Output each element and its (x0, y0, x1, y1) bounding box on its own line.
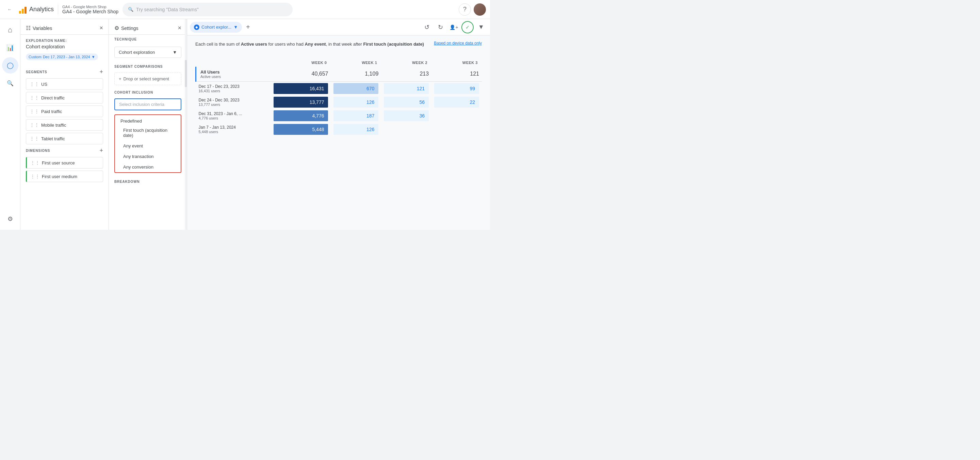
drag-handle-icon: ⋮⋮ (30, 109, 39, 114)
app-name: Analytics (29, 6, 54, 13)
add-dimension-button[interactable]: + (99, 147, 103, 154)
dimensions-list: ⋮⋮First user source⋮⋮First user medium (26, 157, 103, 182)
segment-item[interactable]: ⋮⋮Mobile traffic (26, 119, 103, 131)
variables-panel-body: EXPLORATION NAME: Cohort exploration Cus… (21, 35, 108, 230)
header-actions: ⁢ ? (444, 3, 486, 16)
account-sub: GA4 - Google Merch Shop (62, 5, 118, 9)
publish-dropdown[interactable]: ▼ (475, 21, 487, 34)
option-any-conversion[interactable]: Any conversion (115, 162, 181, 172)
settings-panel: ⚙ Settings × TECHNIQUE Cohort exploratio… (109, 19, 187, 230)
tab-dropdown-icon[interactable]: ▼ (234, 24, 238, 30)
cell-value: 670 (334, 83, 379, 94)
dimension-item[interactable]: ⋮⋮First user source (26, 157, 103, 169)
all-users-row: All Users Active users 40,657 1,109 213 … (196, 67, 482, 82)
segment-item[interactable]: ⋮⋮Direct traffic (26, 92, 103, 104)
report-description: Each cell is the sum of Active users for… (195, 41, 424, 48)
cell-value: 56 (384, 97, 429, 108)
drag-handle-icon: ⋮⋮ (30, 174, 40, 179)
chevron-down-icon: ▼ (172, 50, 177, 55)
account-info: GA4 - Google Merch Shop GA4 - Google Mer… (58, 5, 118, 14)
cohort-inclusion-label: COHORT INCLUSION (109, 88, 187, 96)
date-users-label: 4,776 users (199, 116, 268, 120)
top-header: ← Analytics GA4 - Google Merch Shop GA4 … (0, 0, 490, 19)
option-any-event[interactable]: Any event (115, 141, 181, 151)
date-label-cell: Dec 24 - Dec 30, 2023 13,777 users (196, 95, 271, 109)
option-first-touch[interactable]: First touch (acquisition date) (115, 125, 181, 141)
add-segment-button[interactable]: + (99, 69, 103, 76)
col-week0: WEEK 0 (271, 59, 331, 67)
cell-value: 99 (434, 83, 479, 94)
cell-value: 4,776 (274, 110, 328, 121)
drop-segment-zone[interactable]: + Drop or select segment (115, 72, 181, 85)
segment-item[interactable]: ⋮⋮US (26, 78, 103, 90)
cell-value: 13,777 (274, 97, 328, 108)
date-badge[interactable]: Custom Dec 17, 2023 - Jan 13, 2024 ▼ (26, 53, 98, 60)
date-range-label: Dec 31, 2023 - Jan 6, ... (199, 111, 268, 116)
drag-handle-icon: ⋮⋮ (30, 136, 39, 141)
cell-value: 16,431 (274, 83, 328, 94)
chevron-down-icon: ▼ (92, 55, 95, 59)
nav-advertising[interactable]: 🔍 (2, 75, 18, 91)
avatar[interactable] (474, 3, 486, 16)
drag-handle-icon: ⋮⋮ (30, 122, 39, 128)
left-nav: ⌂ 📊 ◯ 🔍 ⚙ (0, 19, 21, 230)
all-users-week0: 40,657 (271, 67, 331, 82)
nav-reports[interactable]: 📊 (2, 40, 18, 56)
week0-cell: 13,777 (271, 95, 331, 109)
inclusion-input[interactable]: Select inclusion criteria (115, 98, 181, 110)
search-bar[interactable]: 🔍 Try searching "Data Streams" (123, 3, 293, 16)
all-users-sub: Active users (200, 75, 268, 79)
drag-handle-icon: ⋮⋮ (30, 95, 39, 101)
nav-settings[interactable]: ⚙ (2, 211, 18, 227)
nav-explore[interactable]: ◯ (2, 57, 18, 73)
publish-button[interactable]: ✓ (461, 21, 474, 34)
variables-panel-title: ☷ Variables (26, 25, 52, 31)
segments-list: ⋮⋮US⋮⋮Direct traffic⋮⋮Paid traffic⋮⋮Mobi… (26, 78, 103, 144)
tab-label: Cohort explor... (202, 24, 231, 30)
add-tab-button[interactable]: + (243, 22, 253, 32)
breakdown-label: BREAKDOWN (109, 177, 187, 185)
cell-value: 36 (384, 110, 429, 121)
all-users-week2: 213 (381, 67, 431, 82)
back-button[interactable]: ← (4, 4, 15, 15)
cohort-tab[interactable]: ◆ Cohort explor... ▼ (190, 22, 242, 33)
date-users-label: 16,431 users (199, 89, 268, 93)
settings-close-button[interactable]: × (178, 24, 181, 32)
date-label: Custom (29, 55, 41, 59)
week2-cell-empty: - (381, 123, 431, 136)
segments-label: SEGMENTS (26, 70, 47, 74)
variables-close-button[interactable]: × (99, 24, 103, 32)
share-button[interactable]: 👤+ (448, 21, 460, 34)
inclusion-placeholder: Select inclusion criteria (119, 102, 164, 107)
date-range: Dec 17, 2023 - Jan 13, 2024 (43, 55, 90, 59)
cohort-inclusion-box: Select inclusion criteria (115, 98, 181, 110)
week0-cell: 16,431 (271, 81, 331, 95)
redo-button[interactable]: ↻ (434, 21, 447, 34)
col-week3: WEEK 3 (431, 59, 482, 67)
segment-comparisons-label: SEGMENT COMPARISONS (109, 62, 187, 70)
week1-cell: 670 (331, 81, 381, 95)
inclusion-dropdown: Predefined First touch (acquisition date… (115, 114, 181, 173)
drop-segment-label: Drop or select segment (124, 76, 169, 81)
main-content: ◆ Cohort explor... ▼ + ↺ ↻ 👤+ ✓ ▼ Each c… (187, 19, 490, 230)
cell-value: 5,448 (274, 124, 328, 135)
table-row: Jan 7 - Jan 13, 2024 5,448 users 5,448 1… (196, 123, 482, 136)
segment-item[interactable]: ⋮⋮Paid traffic (26, 105, 103, 117)
week1-cell: 187 (331, 109, 381, 123)
segment-item[interactable]: ⋮⋮Tablet traffic (26, 133, 103, 144)
week1-cell: 126 (331, 95, 381, 109)
table-row: Dec 31, 2023 - Jan 6, ... 4,776 users 4,… (196, 109, 482, 123)
cohort-table: WEEK 0 WEEK 1 WEEK 2 WEEK 3 All Users Ac… (195, 59, 482, 136)
week0-cell: 4,776 (271, 109, 331, 123)
option-any-transaction[interactable]: Any transaction (115, 151, 181, 162)
drag-handle-icon: ⋮⋮ (30, 81, 39, 87)
based-on-link[interactable]: Based on device data only (434, 41, 482, 46)
grid-button[interactable]: ⁢ (444, 3, 456, 16)
technique-select[interactable]: Cohort exploration ▼ (115, 46, 181, 58)
week2-cell: 36 (381, 109, 431, 123)
dimension-item[interactable]: ⋮⋮First user medium (26, 171, 103, 182)
help-button[interactable]: ? (459, 3, 471, 16)
undo-button[interactable]: ↺ (421, 21, 433, 34)
nav-home[interactable]: ⌂ (2, 22, 18, 38)
date-label-cell: Dec 31, 2023 - Jan 6, ... 4,776 users (196, 109, 271, 123)
